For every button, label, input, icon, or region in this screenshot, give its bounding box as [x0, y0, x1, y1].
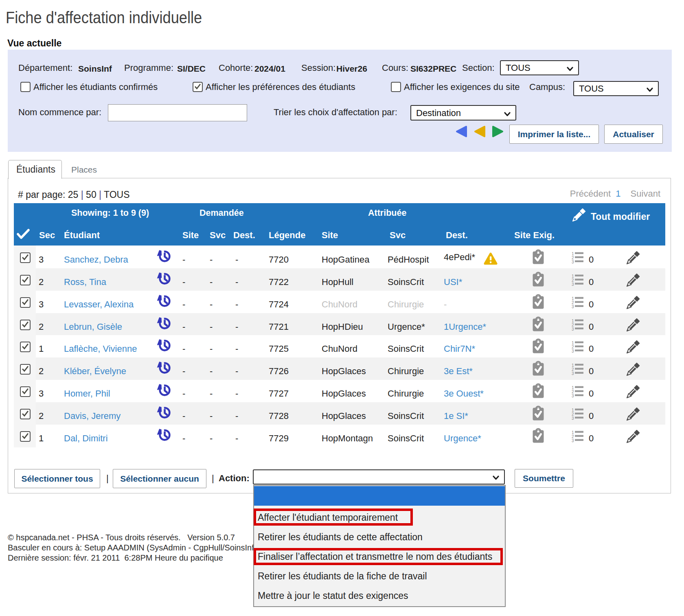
- svg-text:3: 3: [572, 349, 574, 353]
- svg-text:3: 3: [572, 371, 574, 376]
- svg-text:3: 3: [572, 438, 574, 443]
- svg-text:3: 3: [572, 394, 574, 398]
- svg-text:3: 3: [572, 260, 574, 264]
- svg-text:3: 3: [572, 282, 574, 287]
- svg-text:3: 3: [572, 305, 574, 309]
- svg-text:3: 3: [572, 327, 574, 331]
- svg-text:3: 3: [572, 416, 574, 421]
